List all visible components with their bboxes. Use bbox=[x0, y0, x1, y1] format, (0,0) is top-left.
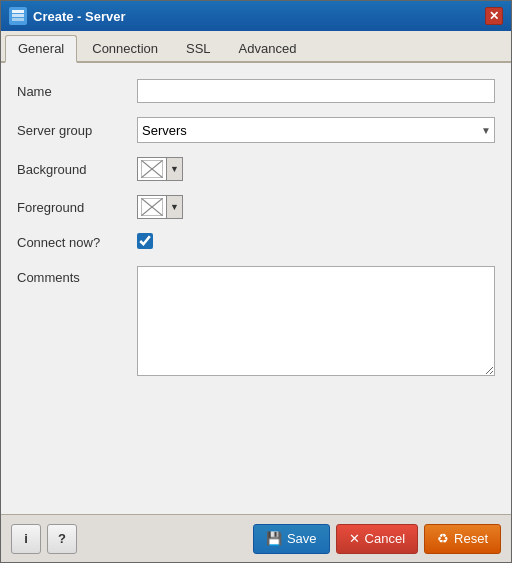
name-control bbox=[137, 79, 495, 103]
connect-now-checkbox[interactable] bbox=[137, 233, 153, 249]
server-group-control: Servers ▼ bbox=[137, 117, 495, 143]
name-input[interactable] bbox=[137, 79, 495, 103]
name-label: Name bbox=[17, 84, 137, 99]
cancel-label: Cancel bbox=[365, 531, 405, 546]
reset-button[interactable]: ♻ Reset bbox=[424, 524, 501, 554]
cancel-button[interactable]: ✕ Cancel bbox=[336, 524, 418, 554]
server-group-wrapper: Servers ▼ bbox=[137, 117, 495, 143]
background-color-picker: ▼ bbox=[137, 157, 495, 181]
main-window: Create - Server ✕ General Connection SSL… bbox=[0, 0, 512, 563]
reset-icon: ♻ bbox=[437, 531, 449, 546]
foreground-color-box[interactable] bbox=[137, 195, 167, 219]
reset-label: Reset bbox=[454, 531, 488, 546]
save-button[interactable]: 💾 Save bbox=[253, 524, 330, 554]
window-title: Create - Server bbox=[33, 9, 485, 24]
info-button[interactable]: i bbox=[11, 524, 41, 554]
tab-connection[interactable]: Connection bbox=[79, 35, 171, 61]
foreground-color-dropdown-btn[interactable]: ▼ bbox=[167, 195, 183, 219]
cancel-icon: ✕ bbox=[349, 531, 360, 546]
title-bar: Create - Server ✕ bbox=[1, 1, 511, 31]
foreground-row: Foreground ▼ bbox=[17, 195, 495, 219]
foreground-color-picker: ▼ bbox=[137, 195, 495, 219]
comments-textarea[interactable] bbox=[137, 266, 495, 376]
connect-now-control bbox=[137, 233, 495, 252]
name-row: Name bbox=[17, 79, 495, 103]
tab-advanced[interactable]: Advanced bbox=[226, 35, 310, 61]
svg-rect-0 bbox=[12, 10, 24, 13]
close-button[interactable]: ✕ bbox=[485, 7, 503, 25]
comments-label: Comments bbox=[17, 266, 137, 285]
save-icon: 💾 bbox=[266, 531, 282, 546]
background-control: ▼ bbox=[137, 157, 495, 181]
server-group-select[interactable]: Servers bbox=[137, 117, 495, 143]
comments-row: Comments bbox=[17, 266, 495, 379]
svg-rect-2 bbox=[12, 18, 24, 21]
form-content: Name Server group Servers ▼ Background bbox=[1, 63, 511, 514]
footer-right: 💾 Save ✕ Cancel ♻ Reset bbox=[253, 524, 501, 554]
server-group-label: Server group bbox=[17, 123, 137, 138]
tab-ssl[interactable]: SSL bbox=[173, 35, 224, 61]
tab-bar: General Connection SSL Advanced bbox=[1, 31, 511, 63]
connect-now-row: Connect now? bbox=[17, 233, 495, 252]
help-button[interactable]: ? bbox=[47, 524, 77, 554]
background-label: Background bbox=[17, 162, 137, 177]
server-group-row: Server group Servers ▼ bbox=[17, 117, 495, 143]
connect-now-label: Connect now? bbox=[17, 235, 137, 250]
footer: i ? 💾 Save ✕ Cancel ♻ Reset bbox=[1, 514, 511, 562]
background-row: Background ▼ bbox=[17, 157, 495, 181]
window-icon bbox=[9, 7, 27, 25]
comments-control bbox=[137, 266, 495, 379]
save-label: Save bbox=[287, 531, 317, 546]
footer-left: i ? bbox=[11, 524, 77, 554]
background-color-dropdown-btn[interactable]: ▼ bbox=[167, 157, 183, 181]
svg-rect-1 bbox=[12, 14, 24, 17]
foreground-label: Foreground bbox=[17, 200, 137, 215]
background-color-box[interactable] bbox=[137, 157, 167, 181]
foreground-control: ▼ bbox=[137, 195, 495, 219]
tab-general[interactable]: General bbox=[5, 35, 77, 63]
